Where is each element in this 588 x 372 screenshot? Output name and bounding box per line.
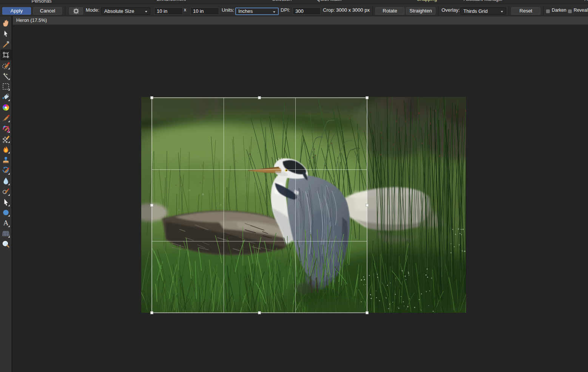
svg-text:A: A — [3, 219, 9, 227]
